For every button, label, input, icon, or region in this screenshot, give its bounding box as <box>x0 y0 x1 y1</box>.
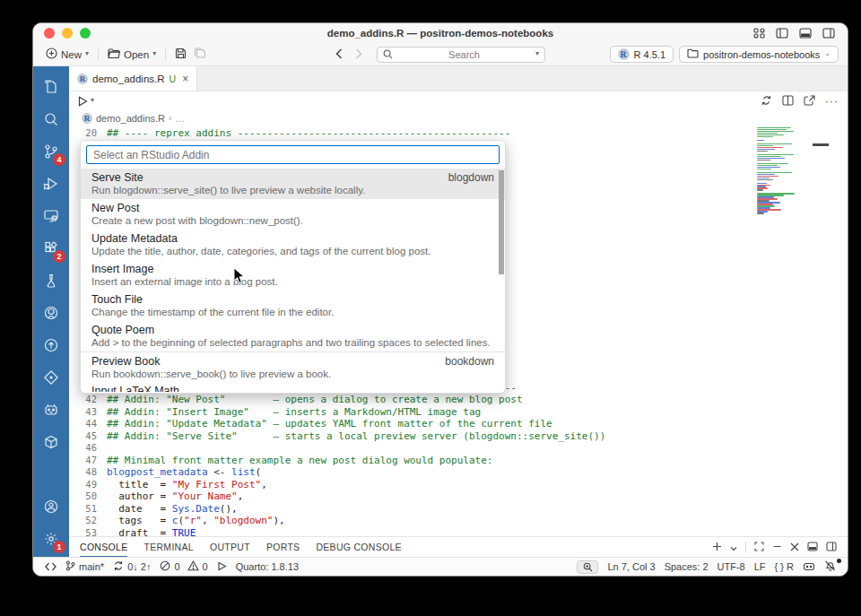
code-line: ## Addin: "Update Metadata" – updates YA… <box>107 418 848 430</box>
breadcrumb-file[interactable]: demo_addins.R <box>96 113 165 124</box>
git-branch-status[interactable]: main* <box>61 558 109 576</box>
search-input[interactable]: Search ▾ <box>377 47 545 63</box>
chevron-down-icon: ▾ <box>152 49 156 57</box>
activity-bar-item-account[interactable] <box>33 492 69 525</box>
activity-bar-item-assistant[interactable] <box>33 395 69 428</box>
minimap-line <box>757 161 818 162</box>
panel-position-bottom-icon[interactable] <box>807 539 818 555</box>
addin-list-scrollbar[interactable] <box>499 170 504 274</box>
notifications-status[interactable] <box>820 560 840 573</box>
error-icon <box>160 560 170 573</box>
save-all-button[interactable] <box>190 46 210 63</box>
maximize-panel-icon[interactable] <box>754 539 764 555</box>
breadcrumb-more[interactable]: … <box>175 113 185 124</box>
spaces-label: Spaces: 2 <box>665 561 709 572</box>
breadcrumb[interactable]: R demo_addins.R › … <box>69 110 848 126</box>
tab-demo-addins[interactable]: R demo_addins.R U × <box>69 66 197 91</box>
activity-bar-item-explorer[interactable] <box>33 73 69 105</box>
line-number: 42 <box>69 394 107 406</box>
encoding-status[interactable]: UTF-8 <box>713 561 750 572</box>
minimize-window-button[interactable] <box>62 28 73 39</box>
toggle-secondary-sidebar-icon[interactable] <box>822 28 835 39</box>
addin-item-serve-site[interactable]: Serve SiteblogdownRun blogdown::serve_si… <box>81 169 505 199</box>
account-icon <box>42 498 60 519</box>
addin-item-touch-file[interactable]: Touch FileChange the timestamp of the cu… <box>81 291 505 321</box>
plus-icon[interactable] <box>712 539 722 555</box>
interpreter-selector[interactable]: R R 4.5.1 <box>610 46 674 63</box>
panel-tab-terminal[interactable]: TERMINAL <box>144 537 194 557</box>
copilot-status[interactable] <box>798 561 820 573</box>
minimap-line <box>757 172 792 173</box>
addin-item-new-post[interactable]: New PostCreate a new post with blogdown:… <box>81 199 505 230</box>
addin-search-input[interactable]: Select an RStudio Addin <box>86 145 500 164</box>
panel-tab-output[interactable]: OUTPUT <box>210 537 250 557</box>
activity-bar-item-source-control[interactable]: 4 <box>33 137 69 169</box>
problems-status[interactable]: 0 0 <box>155 558 212 576</box>
addin-title: Preview Book <box>91 355 160 368</box>
minimap-line <box>757 183 767 184</box>
publish-icon <box>42 336 60 358</box>
panel-tab-debug-console[interactable]: DEBUG CONSOLE <box>316 537 402 557</box>
close-window-button[interactable] <box>44 28 55 39</box>
addin-item-preview-book[interactable]: Preview BookbookdownRun bookdown::serve_… <box>81 351 505 383</box>
activity-bar-item-search[interactable] <box>33 105 69 137</box>
run-task-status[interactable] <box>213 558 231 576</box>
close-tab-icon[interactable]: × <box>182 73 188 85</box>
activity-bar-item-extensions[interactable]: 2 <box>33 234 69 266</box>
activity-bar-item-settings[interactable]: 1 <box>33 525 69 557</box>
remote-indicator[interactable] <box>40 558 61 576</box>
addin-item-quote-poem[interactable]: Quote PoemAdd > to the beginning of sele… <box>81 321 505 351</box>
overview-ruler-cursor-marker <box>813 143 829 146</box>
panel-tab-console[interactable]: CONSOLE <box>80 537 127 557</box>
zoom-control[interactable] <box>572 560 603 574</box>
branch-name: main* <box>79 561 104 572</box>
sync-counts: 0↓ 2↑ <box>127 561 151 572</box>
activity-bar-item-run-debug[interactable] <box>33 169 69 202</box>
navigate-forward-icon[interactable] <box>355 47 362 63</box>
zoom-icon[interactable] <box>577 560 598 574</box>
toggle-panel-icon[interactable] <box>799 28 812 39</box>
save-button[interactable] <box>171 46 190 63</box>
cursor-position-status[interactable]: Ln 7, Col 3 <box>603 561 659 572</box>
activity-bar-item-review[interactable] <box>33 363 69 395</box>
addin-search-placeholder: Select an RStudio Addin <box>93 149 209 161</box>
minimap-line <box>757 167 780 168</box>
chevron-down-icon[interactable] <box>730 539 737 555</box>
new-button[interactable]: New ▾ <box>42 46 92 63</box>
activity-bar-item-packages[interactable] <box>33 428 69 460</box>
addin-item-insert-image[interactable]: Insert ImageInsert an external image int… <box>81 260 505 291</box>
eol-status[interactable]: LF <box>750 561 770 572</box>
open-button[interactable]: Open ▾ <box>104 47 160 63</box>
activity-bar-item-testing[interactable] <box>33 266 69 299</box>
notification-dot <box>837 559 841 563</box>
language-mode-status[interactable]: { } R <box>770 561 798 572</box>
panel-tab-ports[interactable]: PORTS <box>266 537 300 557</box>
panel-position-right-icon[interactable] <box>826 539 837 555</box>
run-file-button[interactable]: ▾ <box>78 96 94 107</box>
quarto-status[interactable]: Quarto: 1.8.13 <box>231 558 303 576</box>
sync-icon <box>113 560 124 573</box>
code-editor[interactable]: 2021222324252627282930313233343536373839… <box>69 126 848 536</box>
git-sync-status[interactable]: 0↓ 2↑ <box>109 558 155 576</box>
navigate-back-icon[interactable] <box>335 47 343 63</box>
minimize-panel-icon[interactable] <box>772 539 782 555</box>
addin-item-update-metadata[interactable]: Update MetadataUpdate the title, author,… <box>81 230 505 260</box>
split-editor-icon[interactable] <box>782 93 794 109</box>
addin-item-input-latex-math[interactable]: Input LaTeX Math <box>81 383 505 392</box>
customize-layout-icon[interactable] <box>753 28 765 39</box>
more-actions-icon[interactable]: ··· <box>825 95 839 108</box>
minimap-line <box>757 154 794 155</box>
activity-bar-item-remote-sessions[interactable] <box>33 202 69 234</box>
editor-tab-bar: R demo_addins.R U × <box>69 66 848 91</box>
sync-changes-icon[interactable] <box>761 93 772 109</box>
toggle-sidebar-icon[interactable] <box>776 28 788 39</box>
activity-bar-item-publish[interactable] <box>33 331 69 363</box>
indentation-status[interactable]: Spaces: 2 <box>660 561 713 572</box>
warning-count: 0 <box>203 561 208 572</box>
activity-bar-item-github[interactable] <box>33 299 69 331</box>
workspace-selector[interactable]: positron-demos-notebooks ⌄ <box>679 46 839 63</box>
zoom-window-button[interactable] <box>80 28 91 39</box>
minimap[interactable] <box>757 127 818 214</box>
open-in-window-icon[interactable] <box>804 93 815 109</box>
close-panel-icon[interactable] <box>790 539 799 555</box>
